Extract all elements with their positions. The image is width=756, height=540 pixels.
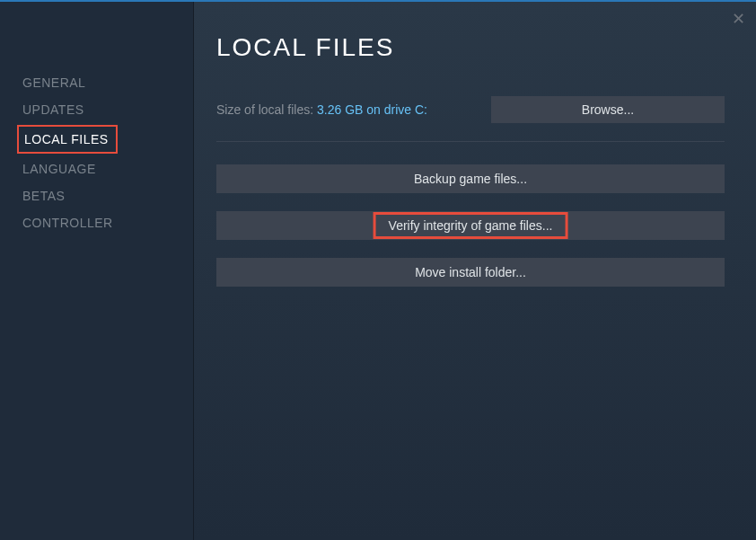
size-info-text: Size of local files: 3.26 GB on drive C: (216, 102, 427, 118)
size-label: Size of local files: (216, 102, 317, 117)
window-container: GENERAL UPDATES LOCAL FILES LANGUAGE BET… (0, 0, 756, 540)
sidebar-item-local-files[interactable]: LOCAL FILES (24, 132, 109, 146)
sidebar-item-general[interactable]: GENERAL (0, 69, 193, 96)
sidebar-item-betas[interactable]: BETAS (0, 182, 193, 209)
verify-button[interactable]: Verify integrity of game files... (216, 211, 725, 240)
move-button[interactable]: Move install folder... (216, 258, 725, 287)
backup-button[interactable]: Backup game files... (216, 164, 725, 193)
divider (216, 141, 725, 142)
sidebar-item-updates[interactable]: UPDATES (0, 96, 193, 123)
sidebar-item-controller[interactable]: CONTROLLER (0, 209, 193, 236)
sidebar-item-highlight: LOCAL FILES (17, 125, 118, 154)
size-value-link[interactable]: 3.26 GB on drive C: (317, 102, 427, 117)
main-panel: ✕ LOCAL FILES Size of local files: 3.26 … (193, 2, 756, 540)
page-title: LOCAL FILES (216, 33, 725, 62)
sidebar-item-language[interactable]: LANGUAGE (0, 155, 193, 182)
browse-button[interactable]: Browse... (491, 96, 725, 123)
size-info-row: Size of local files: 3.26 GB on drive C:… (216, 96, 725, 123)
close-button[interactable]: ✕ (732, 11, 745, 27)
verify-highlight-box: Verify integrity of game files... (374, 212, 568, 239)
sidebar: GENERAL UPDATES LOCAL FILES LANGUAGE BET… (0, 2, 193, 540)
